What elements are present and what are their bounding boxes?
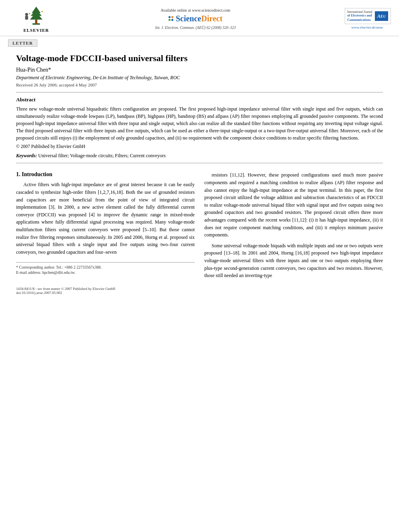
two-column-section: 1. Introduction Active filters with high… <box>16 171 383 282</box>
elsevier-logo: ELSEVIER <box>8 5 64 33</box>
divider-1 <box>16 92 383 92</box>
svg-rect-5 <box>25 16 28 20</box>
available-online-text: Available online at www.sciencedirect.co… <box>64 8 327 12</box>
footnote-email: E-mail address: hpchen@dlit.edu.tw. <box>16 270 195 275</box>
aeu-text-block: International Journal of Electronics and… <box>348 10 372 23</box>
journal-info: Int. J. Electron. Commun. (AEÜ) 62 (2008… <box>64 26 327 30</box>
elsevier-logo-block: ELSEVIER <box>8 5 64 33</box>
intro-para-3: Some universal voltage-mode biquads with… <box>204 242 383 279</box>
section-title-intro: 1. Introduction <box>16 171 195 178</box>
section-num: 1. <box>16 171 21 177</box>
intro-body-left: Active filters with high-input impedance… <box>16 181 195 256</box>
copyright: © 2007 Published by Elsevier GmbH <box>16 144 383 149</box>
paper-title: Voltage-mode FDCCII-based universal filt… <box>16 53 383 64</box>
svg-point-7 <box>41 11 43 12</box>
header: ELSEVIER Available online at www.science… <box>0 0 399 36</box>
column-left: 1. Introduction Active filters with high… <box>16 171 195 282</box>
affiliation: Department of Electronic Engineering, De… <box>16 75 383 81</box>
intro-para-2: resistors [11,12]. However, these propos… <box>204 171 383 238</box>
footnote-star: * Corresponding author. Tel.: +886 2 227… <box>16 265 195 269</box>
elsevier-tree-icon <box>20 5 52 27</box>
header-center: Available online at www.sciencedirect.co… <box>64 8 327 30</box>
aeu-intl: International Journal <box>348 10 372 14</box>
column-right: resistors [11,12]. However, these propos… <box>204 171 383 282</box>
aeu-of-text: of Electronics and <box>348 14 372 17</box>
sd-dots-icon <box>169 16 173 21</box>
section-title-text: Introduction <box>22 171 52 177</box>
letter-badge: LETTER <box>8 39 37 47</box>
sd-dot-1 <box>169 16 171 18</box>
elsevier-name: ELSEVIER <box>23 28 49 33</box>
website-link: www.elsevier.de/aeue <box>352 24 391 29</box>
svg-point-6 <box>25 13 28 16</box>
doi-text: doi:10.1016/j.aeue.2007.05.002 <box>16 291 383 295</box>
keywords-label: Keywords: <box>16 153 37 158</box>
page: ELSEVIER Available online at www.science… <box>0 0 399 532</box>
divider-2 <box>16 163 383 163</box>
intro-body-right: resistors [11,12]. However, these propos… <box>204 171 383 279</box>
main-content: Voltage-mode FDCCII-based universal filt… <box>0 53 399 283</box>
aeu-comm: Communications <box>348 18 372 22</box>
sciencedirect-name: ScienceDirect <box>176 14 222 23</box>
intro-para-1: Active filters with high-input impedance… <box>16 181 195 256</box>
abstract-title: Abstract <box>16 97 383 103</box>
letter-section: LETTER <box>0 36 399 48</box>
sd-dot-3 <box>169 19 171 21</box>
svg-point-8 <box>29 13 31 14</box>
email-label: E-mail address: <box>16 270 41 275</box>
keywords-text: Universal filter; Voltage-mode circuits;… <box>38 153 166 158</box>
abstract-body: Three new voltage-mode universal biquadr… <box>16 106 383 141</box>
abstract-section: Abstract Three new voltage-mode universa… <box>16 97 383 149</box>
sciencedirect-logo: ScienceDirect <box>64 14 327 23</box>
issn-text: 1434-8411/$ - see front matter © 2007 Pu… <box>16 287 383 291</box>
received-dates: Received 26 July 2006; accepted 4 May 20… <box>16 82 383 87</box>
abstract-text: Three new voltage-mode universal biquadr… <box>16 105 383 142</box>
aeu-logo: International Journal of Electronics and… <box>345 8 391 25</box>
doi-section: 1434-8411/$ - see front matter © 2007 Pu… <box>0 287 399 295</box>
sd-dot-2 <box>171 16 173 18</box>
aeu-badge: AEU <box>375 11 388 21</box>
footnote-section: * Corresponding author. Tel.: +886 2 227… <box>16 262 195 275</box>
author: Hua-Pin Chen* <box>16 67 383 73</box>
aeu-logo-block: International Journal of Electronics and… <box>327 8 391 30</box>
email-value: hpchen@dlit.edu.tw. <box>42 270 76 275</box>
keywords-line: Keywords: Universal filter; Voltage-mode… <box>16 153 383 159</box>
sd-dot-4 <box>171 19 173 21</box>
svg-rect-1 <box>35 20 37 24</box>
